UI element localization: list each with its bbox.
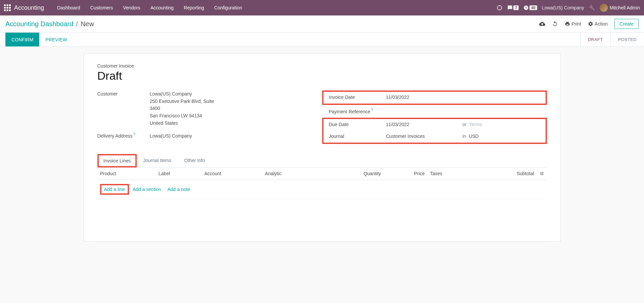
label-invoice-date: Invoice Date — [329, 94, 386, 100]
svg-rect-0 — [4, 4, 6, 6]
debug-icon[interactable] — [589, 5, 595, 11]
status-draft[interactable]: DRAFT — [580, 33, 610, 46]
value-journal: Customer Invoices in USD — [386, 133, 540, 140]
messages-icon[interactable]: 7 — [507, 5, 519, 10]
help-icon[interactable]: ? — [371, 108, 373, 112]
tabs: Invoice Lines Journal Items Other Info — [97, 154, 547, 167]
svg-rect-6 — [4, 9, 6, 11]
cp-actions: Print Action Create — [539, 19, 639, 29]
field-delivery: Delivery Address? Lowa(US) Company — [97, 132, 322, 140]
menu-dashboard[interactable]: Dashboard — [52, 0, 85, 15]
cloud-upload-icon[interactable] — [539, 21, 545, 27]
svg-rect-7 — [7, 9, 8, 11]
tab-other-info[interactable]: Other Info — [178, 154, 211, 167]
journal-in: in — [463, 133, 466, 140]
terms-placeholder[interactable]: Terms — [469, 121, 482, 128]
print-button[interactable]: Print — [565, 21, 581, 27]
statusbar: DRAFT POSTED — [580, 33, 644, 46]
nav-menu: Dashboard Customers Vendors Accounting R… — [52, 0, 247, 15]
customer-street: 250 Executive Park Blvd, Suite 3400 — [150, 98, 220, 112]
field-invoice-date: Invoice Date 11/03/2022 — [329, 94, 542, 101]
add-line-link[interactable]: Add a line — [100, 184, 129, 195]
form-row: Customer Lowa(US) Company 250 Executive … — [97, 90, 547, 147]
field-customer: Customer Lowa(US) Company 250 Executive … — [97, 90, 322, 127]
svg-rect-1 — [7, 4, 8, 6]
highlight-due-journal: Due Date 11/03/2022 or Terms Journal Cus… — [322, 118, 547, 144]
button-bar: CONFIRM PREVIEW DRAFT POSTED — [0, 33, 644, 47]
customer-name: Lowa(US) Company — [150, 90, 322, 98]
apps-icon[interactable] — [4, 4, 11, 11]
svg-rect-5 — [9, 7, 11, 9]
control-panel: Accounting Dashboard / New Print Action … — [0, 15, 644, 33]
label-payment-ref-text: Payment Reference — [329, 109, 371, 114]
tab-journal-items[interactable]: Journal Items — [137, 154, 178, 167]
svg-rect-2 — [9, 4, 11, 6]
field-due-date: Due Date 11/03/2022 or Terms — [329, 121, 540, 128]
user-menu[interactable]: Mitchell Admin — [600, 4, 640, 12]
form-col-left: Customer Lowa(US) Company 250 Executive … — [97, 90, 322, 147]
add-note-link[interactable]: Add a note — [167, 187, 190, 192]
table-header-row: Product Label Account Analytic Quantity … — [97, 167, 547, 180]
invoice-lines-table: Product Label Account Analytic Quantity … — [97, 167, 547, 241]
avatar — [600, 4, 608, 12]
value-customer[interactable]: Lowa(US) Company 250 Executive Park Blvd… — [150, 90, 322, 127]
form-sheet: Customer Invoice Draft Customer Lowa(US)… — [84, 53, 561, 242]
breadcrumb-sep: / — [76, 20, 78, 28]
app-name[interactable]: Accounting — [14, 4, 44, 11]
due-date-value[interactable]: 11/03/2022 — [386, 121, 460, 128]
value-invoice-date[interactable]: 11/03/2022 — [386, 94, 542, 101]
th-config[interactable] — [537, 167, 547, 180]
confirm-button[interactable]: CONFIRM — [5, 33, 39, 46]
value-delivery[interactable]: Lowa(US) Company — [150, 132, 322, 140]
activities-badge: 40 — [529, 5, 537, 10]
th-taxes[interactable]: Taxes — [427, 167, 475, 180]
label-due-date: Due Date — [329, 121, 386, 127]
breadcrumb-parent[interactable]: Accounting Dashboard — [5, 20, 73, 28]
label-customer: Customer — [97, 91, 150, 97]
print-label: Print — [571, 21, 581, 27]
company-switcher[interactable]: Lowa(US) Company — [542, 5, 584, 10]
th-account[interactable]: Account — [202, 167, 262, 180]
th-price[interactable]: Price — [384, 167, 427, 180]
add-section-link[interactable]: Add a section — [133, 187, 161, 192]
journal-value[interactable]: Customer Invoices — [386, 133, 460, 140]
svg-rect-4 — [7, 7, 8, 9]
label-delivery: Delivery Address? — [97, 132, 150, 139]
action-label: Action — [595, 21, 608, 27]
user-name: Mitchell Admin — [610, 5, 640, 10]
sliders-icon — [540, 171, 544, 176]
menu-accounting[interactable]: Accounting — [145, 0, 179, 15]
menu-vendors[interactable]: Vendors — [118, 0, 145, 15]
breadcrumb-current: New — [81, 20, 94, 28]
preview-button[interactable]: PREVIEW — [39, 33, 73, 46]
discard-icon[interactable] — [552, 21, 558, 27]
form-col-right: Invoice Date 11/03/2022 Payment Referenc… — [322, 90, 547, 147]
svg-rect-3 — [4, 7, 6, 9]
activities-icon[interactable]: 40 — [523, 5, 537, 10]
th-label[interactable]: Label — [156, 167, 202, 180]
tab-invoice-lines[interactable]: Invoice Lines — [97, 154, 137, 167]
menu-configuration[interactable]: Configuration — [209, 0, 247, 15]
help-icon[interactable]: ? — [133, 132, 135, 136]
th-subtotal[interactable]: Subtotal — [475, 167, 537, 180]
currency-value[interactable]: USD — [469, 133, 479, 140]
breadcrumb: Accounting Dashboard / New — [5, 20, 94, 28]
menu-reporting[interactable]: Reporting — [179, 0, 209, 15]
th-analytic[interactable]: Analytic — [262, 167, 321, 180]
support-icon[interactable] — [497, 5, 503, 11]
th-quantity[interactable]: Quantity — [321, 167, 384, 180]
value-due-date: 11/03/2022 or Terms — [386, 121, 540, 128]
th-product[interactable]: Product — [97, 167, 156, 180]
status-posted[interactable]: POSTED — [610, 33, 644, 46]
create-button[interactable]: Create — [614, 19, 639, 29]
action-button[interactable]: Action — [588, 21, 608, 27]
label-delivery-text: Delivery Address — [97, 133, 133, 139]
field-journal: Journal Customer Invoices in USD — [329, 133, 540, 140]
menu-customers[interactable]: Customers — [85, 0, 118, 15]
messages-badge: 7 — [513, 5, 519, 10]
due-or: or — [463, 121, 467, 128]
nav-right: 7 40 Lowa(US) Company Mitchell Admin — [497, 4, 640, 12]
highlight-invoice-date: Invoice Date 11/03/2022 — [322, 90, 547, 105]
move-type: Customer Invoice — [97, 63, 547, 69]
top-navbar: Accounting Dashboard Customers Vendors A… — [0, 0, 644, 15]
